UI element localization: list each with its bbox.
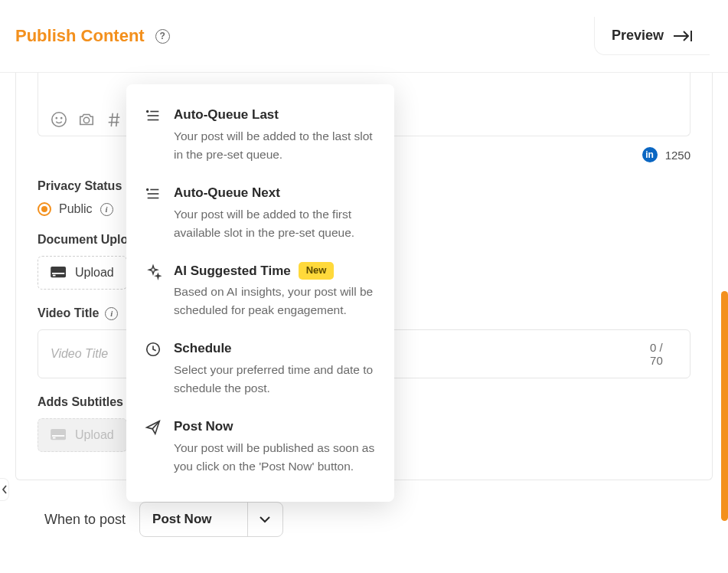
svg-line-8 (111, 113, 113, 126)
when-to-post-label: When to post (44, 512, 126, 528)
menu-item-title: Post Now (174, 417, 233, 436)
video-char-count: 0 / 70 (650, 341, 677, 367)
queue-icon (145, 107, 162, 164)
public-radio[interactable] (38, 202, 51, 216)
send-icon (145, 419, 162, 476)
sparkle-icon (145, 264, 162, 320)
schedule-menu-popover: Auto-Queue Last Your post will be added … (126, 84, 394, 502)
menu-item-desc: Your post will be added to the first ava… (174, 205, 376, 242)
clock-icon (145, 341, 162, 398)
svg-point-20 (147, 188, 149, 190)
collapse-panel-toggle[interactable] (0, 478, 9, 501)
video-title-label: Video Title (38, 306, 99, 320)
queue-icon (145, 185, 162, 242)
menu-item-body: Auto-Queue Next Your post will be added … (174, 184, 376, 242)
svg-line-9 (116, 113, 118, 126)
upload-icon (51, 266, 67, 280)
page-header: Publish Content ? Preview (0, 0, 728, 73)
subtitles-upload-button-label: Upload (75, 428, 114, 442)
doc-upload-button[interactable]: Upload (38, 256, 127, 290)
svg-rect-14 (52, 435, 64, 437)
menu-item-schedule[interactable]: Schedule Select your preferred time and … (129, 332, 391, 410)
menu-item-title: Auto-Queue Next (174, 184, 280, 202)
info-icon[interactable]: i (100, 203, 113, 216)
menu-item-desc: Select your preferred time and date to s… (174, 361, 376, 398)
doc-upload-button-label: Upload (75, 266, 114, 280)
svg-rect-11 (52, 273, 64, 274)
arrow-right-icon (673, 29, 693, 43)
when-to-post-select[interactable]: Post Now (139, 502, 282, 537)
menu-item-title: AI Suggested Time (174, 262, 291, 280)
menu-item-desc: Your post will be published as soon as y… (174, 439, 376, 476)
upload-icon (51, 428, 67, 442)
menu-item-title: Schedule (174, 339, 232, 358)
privacy-label: Privacy Status (38, 179, 122, 193)
menu-item-title: Auto-Queue Last (174, 106, 279, 124)
preview-button[interactable]: Preview (594, 17, 710, 55)
preview-label: Preview (612, 28, 664, 44)
menu-item-post-now[interactable]: Post Now Your post will be published as … (129, 410, 391, 488)
menu-item-desc: Based on AI insights, your post will be … (174, 283, 376, 319)
page-title-row: Publish Content ? (15, 26, 170, 46)
subtitles-label: Adds Subtitles (38, 395, 123, 409)
linkedin-badge-icon: in (642, 147, 658, 162)
menu-item-auto-queue-last[interactable]: Auto-Queue Last Your post will be added … (129, 98, 391, 176)
svg-point-4 (61, 118, 62, 119)
camera-icon[interactable] (78, 111, 95, 128)
menu-item-body: AI Suggested Time New Based on AI insigh… (174, 262, 376, 320)
public-radio-label: Public (59, 202, 93, 216)
svg-point-16 (147, 111, 149, 113)
help-icon[interactable]: ? (155, 29, 170, 44)
scrollbar-thumb[interactable] (721, 291, 728, 521)
svg-point-2 (52, 113, 66, 126)
new-badge: New (299, 262, 335, 279)
svg-point-5 (83, 117, 89, 123)
hashtag-icon[interactable] (106, 111, 122, 128)
char-counter: 1250 (665, 149, 690, 162)
menu-item-body: Post Now Your post will be published as … (174, 417, 376, 476)
menu-item-body: Schedule Select your preferred time and … (174, 339, 376, 398)
menu-item-auto-queue-next[interactable]: Auto-Queue Next Your post will be added … (129, 176, 391, 254)
subtitles-upload-button: Upload (38, 418, 127, 452)
menu-item-desc: Your post will be added to the last slot… (174, 127, 376, 164)
info-icon[interactable]: i (105, 307, 118, 320)
page-title: Publish Content (15, 26, 145, 46)
emoji-icon[interactable] (51, 111, 67, 128)
svg-rect-15 (53, 437, 56, 439)
svg-rect-12 (53, 275, 56, 277)
menu-item-ai-suggested[interactable]: AI Suggested Time New Based on AI insigh… (129, 254, 391, 332)
chevron-down-icon[interactable] (247, 503, 282, 536)
svg-point-3 (56, 118, 57, 119)
when-to-post-value: Post Now (140, 503, 246, 536)
menu-item-body: Auto-Queue Last Your post will be added … (174, 106, 376, 164)
